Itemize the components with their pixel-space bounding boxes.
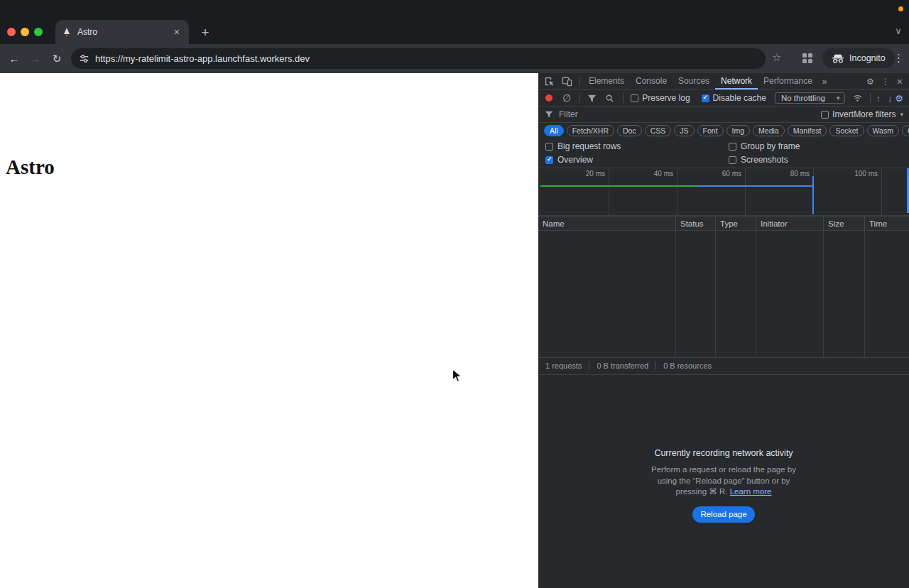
page-content: Astro (0, 73, 538, 588)
close-window-button[interactable] (7, 28, 16, 36)
inspect-element-icon[interactable] (544, 76, 555, 87)
incognito-icon (832, 54, 844, 63)
column-header-name[interactable]: Name (538, 217, 676, 231)
network-toolbar: ∅ Preserve log Disable cache No throttli… (538, 90, 909, 107)
chip-fetch-xhr[interactable]: Fetch/XHR (567, 125, 614, 136)
group-by-frame-label: Group by frame (741, 141, 800, 151)
overview-checkbox[interactable] (545, 156, 553, 164)
disable-cache-checkbox[interactable] (702, 94, 709, 102)
devtools-settings-gear-icon[interactable]: ⚙ (866, 77, 874, 87)
column-header-size[interactable]: Size (824, 217, 865, 231)
chip-media[interactable]: Media (753, 125, 785, 136)
screenshots-label: Screenshots (741, 155, 788, 165)
column-header-initiator[interactable]: Initiator (756, 217, 824, 231)
request-table-header: Name Status Type Initiator Size Time (538, 216, 909, 231)
chip-all[interactable]: All (544, 125, 564, 136)
chip-wasm[interactable]: Wasm (867, 125, 899, 136)
new-tab-button[interactable]: + (197, 25, 213, 40)
network-overview-timeline[interactable]: 20 ms 40 ms 60 ms 80 ms 100 ms (538, 168, 909, 216)
network-summary-bar: 1 requests 0 B transferred 0 B resources (538, 357, 909, 375)
invert-checkbox[interactable] (821, 111, 829, 119)
filter-funnel-icon (545, 110, 553, 119)
gridline (745, 168, 746, 215)
timeline-tick: 60 ms (712, 170, 741, 178)
filter-funnel-icon[interactable] (587, 94, 597, 103)
tab-favicon-icon (62, 27, 72, 37)
export-har-icon[interactable]: ↓ (888, 93, 893, 104)
empty-state-line: Perform a request or reload the page by (538, 464, 909, 476)
network-conditions-icon[interactable] (852, 93, 863, 103)
preserve-log-label: Preserve log (642, 93, 690, 103)
browser-tab[interactable]: Astro × (55, 20, 189, 44)
devtools-tabbar: Elements Console Sources Network Perform… (538, 73, 909, 90)
forward-button[interactable]: → (27, 50, 44, 67)
chip-socket[interactable]: Socket (829, 125, 864, 136)
reload-button[interactable]: ↻ (48, 50, 65, 67)
browser-menu-icon[interactable]: ⋮ (893, 52, 904, 65)
column-header-status[interactable]: Status (676, 217, 716, 231)
tab-console[interactable]: Console (630, 73, 673, 89)
chip-manifest[interactable]: Manifest (788, 125, 827, 136)
browser-window: Astro × + ∨ ← → ↻ https://my-ratelimit-a… (0, 0, 909, 588)
overview-label: Overview (557, 155, 593, 165)
bookmark-star-icon[interactable]: ☆ (772, 51, 781, 64)
timeline-blue-bar (697, 185, 813, 187)
extensions-icon[interactable] (802, 53, 812, 63)
chip-doc[interactable]: Doc (617, 125, 642, 136)
learn-more-link[interactable]: Learn more (730, 487, 772, 496)
request-table-body (538, 231, 909, 358)
filter-bar: Invert More filters ▾ (538, 107, 909, 123)
empty-state-line: using the “Reload page” button or by (538, 476, 909, 487)
url-text: https://my-ratelimit-astro-app.launchfas… (95, 53, 310, 64)
gridline (677, 168, 677, 215)
chip-img[interactable]: Img (726, 125, 751, 136)
screenshots-checkbox[interactable] (729, 156, 736, 164)
filter-input[interactable] (557, 109, 821, 120)
incognito-label: Incognito (849, 53, 886, 63)
big-request-rows-label: Big request rows (557, 141, 621, 151)
incognito-badge: Incognito (822, 48, 895, 68)
devtools-menu-icon[interactable]: ⋮ (881, 77, 890, 87)
tab-performance[interactable]: Performance (758, 73, 818, 89)
tab-search-chevron-icon[interactable]: ∨ (891, 26, 905, 36)
record-network-log-button[interactable] (545, 94, 553, 102)
tab-elements[interactable]: Elements (583, 73, 630, 89)
preserve-log-checkbox[interactable] (631, 94, 638, 102)
chip-css[interactable]: CSS (645, 125, 672, 136)
timeline-tick: 100 ms (848, 170, 878, 178)
throttling-select[interactable]: No throttling ▾ (775, 92, 845, 104)
network-empty-state: Currently recording network activity Per… (538, 448, 909, 523)
tab-network[interactable]: Network (715, 73, 758, 89)
timeline-tick: 40 ms (643, 170, 673, 178)
minimize-window-button[interactable] (21, 28, 29, 36)
tab-sources[interactable]: Sources (673, 73, 715, 89)
tab-title: Astro (77, 27, 171, 37)
chip-js[interactable]: JS (674, 125, 694, 136)
address-bar[interactable]: https://my-ratelimit-astro-app.launchfas… (71, 48, 766, 69)
site-settings-icon[interactable] (79, 53, 89, 64)
gridline (881, 168, 882, 215)
group-by-frame-checkbox[interactable] (729, 143, 736, 151)
column-header-time[interactable]: Time (865, 217, 909, 231)
big-request-rows-checkbox[interactable] (545, 143, 553, 151)
zoom-window-button[interactable] (34, 28, 43, 36)
import-har-icon[interactable]: ↑ (876, 93, 881, 104)
request-type-chips: All Fetch/XHR Doc CSS JS Font Img Media … (538, 123, 909, 138)
device-toolbar-icon[interactable] (562, 76, 572, 87)
resources-size: 0 B resources (655, 361, 712, 370)
more-tabs-icon[interactable]: » (818, 77, 832, 87)
reload-page-button[interactable]: Reload page (692, 506, 754, 523)
more-filters-dropdown[interactable]: More filters ▾ (854, 109, 903, 119)
devtools-close-icon[interactable]: × (897, 76, 903, 87)
tab-close-icon[interactable]: × (171, 26, 183, 38)
search-icon[interactable] (605, 94, 614, 103)
clear-network-log-icon[interactable]: ∅ (562, 92, 571, 104)
devtools-panel: Elements Console Sources Network Perform… (538, 73, 909, 588)
column-header-type[interactable]: Type (716, 217, 756, 231)
tab-strip: Astro × + ∨ (0, 0, 909, 44)
network-settings-gear-icon[interactable]: ⚙ (895, 93, 903, 104)
chip-other[interactable]: Other (902, 125, 909, 136)
chip-font[interactable]: Font (697, 125, 724, 136)
back-button[interactable]: ← (6, 50, 23, 67)
chevron-down-icon: ▾ (900, 111, 903, 118)
